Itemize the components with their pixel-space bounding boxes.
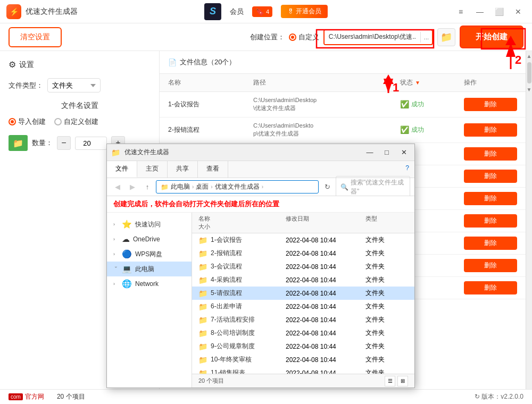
path-input[interactable] <box>325 30 420 44</box>
explorer-addressbar: ◀ ▶ ↑ 📁 此电脑 › 桌面 › 优速文件生成器 › ↻ 🔍 搜索"优速文件… <box>107 178 414 196</box>
path-dots[interactable]: ... <box>420 32 432 43</box>
radio-import-circle <box>9 118 16 125</box>
sidebar-item-onedrive[interactable]: › ☁ OneDrive <box>107 232 192 247</box>
radio-import[interactable]: 导入创建 <box>9 117 46 127</box>
app-icon: ⚡ <box>6 4 21 19</box>
sidebar-label-thispc: 此电脑 <box>135 265 154 274</box>
vip-button[interactable]: 🎖 开通会员 <box>281 5 328 18</box>
path-input-wrap: ... <box>323 29 433 45</box>
exp-file-row[interactable]: 📁4-采购流程 2022-04-08 10:44文件夹 <box>192 273 414 287</box>
address-refresh-button[interactable]: ↻ <box>321 181 334 193</box>
explorer-tab-share[interactable]: 共享 <box>168 161 198 178</box>
sidebar-item-thispc[interactable]: › 💻 此电脑 <box>107 262 192 276</box>
file-path-1: C:\Users\admin\Desktop\优速文件生成器 <box>253 96 400 113</box>
exp-file-row[interactable]: 📁11-销售报表 2022-04-08 10:44文件夹 <box>192 366 414 374</box>
explorer-help-button[interactable]: ? <box>400 161 414 178</box>
delete-button-5[interactable]: 删除 <box>464 192 517 205</box>
path-segment-folder: 优速文件生成器 <box>215 182 260 191</box>
explorer-tab-file[interactable]: 文件 <box>107 161 137 178</box>
member-text: 会员 <box>230 7 244 16</box>
explorer-notice: 创建完成后，软件会自动打开文件夹创建后所在的位置 <box>107 196 414 213</box>
col-header-name: 名称 <box>168 78 253 87</box>
scroll-up-arrow[interactable]: ▲ <box>526 52 532 60</box>
quick-access-icon: ⭐ <box>122 220 132 229</box>
explorer-filelist: 名称 修改日期 类型 大小 📁 1-会议报告 2022-04-08 10:44 … <box>192 213 414 388</box>
delete-button-8[interactable]: 删除 <box>464 259 517 272</box>
title-bar: ⚡ 优速文件生成器 S 会员 🔖 4 🎖 开通会员 ≡ — ⬜ ✕ <box>0 0 532 23</box>
exp-file-row[interactable]: 📁9-公司规章制度 2022-04-08 10:44文件夹 <box>192 340 414 353</box>
view-grid-button[interactable]: ⊞ <box>397 376 408 386</box>
search-box[interactable]: 🔍 搜索"优速文件生成器" <box>336 176 410 198</box>
menu-button[interactable]: ≡ <box>453 4 468 19</box>
folder-icon: 📁 <box>440 31 452 43</box>
delete-button-4[interactable]: 删除 <box>464 170 517 183</box>
file-type-select[interactable]: 文件夹 <box>47 78 101 92</box>
nav-forward-button[interactable]: ▶ <box>126 181 139 193</box>
address-path[interactable]: 📁 此电脑 › 桌面 › 优速文件生成器 › <box>156 180 319 193</box>
delete-button-1[interactable]: 删除 <box>464 98 517 111</box>
delete-button-9[interactable]: 删除 <box>464 281 517 294</box>
scroll-thumb[interactable] <box>527 62 531 83</box>
right-scrollbar[interactable]: ▲ ▼ <box>526 51 532 389</box>
quick-access-expand: › <box>113 222 119 227</box>
settings-header: ⚙ 设置 <box>9 60 151 70</box>
minimize-button[interactable]: — <box>472 4 487 19</box>
badge-number: 🔖 4 <box>252 6 272 17</box>
delete-button-2[interactable]: 删除 <box>464 123 517 137</box>
delete-button-6[interactable]: 删除 <box>464 214 517 228</box>
file-type-row: 文件类型： 文件夹 <box>9 78 151 92</box>
official-site[interactable]: com 官方网 <box>9 392 44 401</box>
sidebar-label-wps: WPS网盘 <box>135 250 162 259</box>
explorer-main: › ⭐ 快速访问 › ☁ OneDrive › 🔵 WPS网盘 › 💻 <box>107 213 414 388</box>
file-path-2: C:\Users\admin\Desktop\优速文件生成器 <box>253 122 400 138</box>
count-input[interactable] <box>75 137 107 150</box>
delete-button-7[interactable]: 删除 <box>464 237 517 250</box>
sidebar-label-quick-access: 快速访问 <box>135 220 161 229</box>
scroll-down-arrow[interactable]: ▼ <box>526 86 532 94</box>
clear-settings-button[interactable]: 清空设置 <box>9 27 62 47</box>
count-minus-button[interactable]: − <box>57 136 71 150</box>
filename-section-title: 文件名设置 <box>9 101 151 111</box>
exp-file-row[interactable]: 📁6-出差申请 2022-04-08 10:44文件夹 <box>192 300 414 313</box>
exp-col-name: 名称 <box>198 215 286 223</box>
col-header-path: 路径 <box>253 78 400 87</box>
close-button[interactable]: ✕ <box>511 4 526 19</box>
sidebar-item-quick-access[interactable]: › ⭐ 快速访问 <box>107 217 192 232</box>
folder-icon-3: 📁 <box>198 263 207 271</box>
vip-icon: 🎖 <box>287 8 294 15</box>
toolbar: 清空设置 创建位置： 自定义 ... 📁 开始创建 <box>0 23 532 51</box>
delete-button-3[interactable]: 删除 <box>464 147 517 161</box>
exp-file-row[interactable]: 📁7-活动流程安排 2022-04-08 10:44文件夹 <box>192 313 414 326</box>
start-create-button[interactable]: 开始创建 <box>460 26 523 48</box>
exp-file-name-1: 📁 1-会议报告 <box>198 235 286 245</box>
explorer-minimize-button[interactable]: — <box>363 146 376 159</box>
sidebar-item-wps[interactable]: › 🔵 WPS网盘 <box>107 247 192 262</box>
exp-file-row[interactable]: 📁3-会议流程 2022-04-08 10:44文件夹 <box>192 260 414 273</box>
exp-file-row[interactable]: 📁8-公司培训制度 2022-04-08 10:44文件夹 <box>192 326 414 340</box>
path-pc: 📁 <box>161 183 169 191</box>
sort-arrow[interactable]: ▼ <box>415 80 420 86</box>
count-label: 数量： <box>32 138 53 148</box>
sidebar-item-network[interactable]: › 🌐 Network <box>107 276 192 291</box>
folder-icon-8: 📁 <box>198 329 207 338</box>
exp-file-row[interactable]: 📁10-年终奖审核 2022-04-08 10:44文件夹 <box>192 353 414 366</box>
exp-file-row[interactable]: 📁 1-会议报告 2022-04-08 10:44 文件夹 <box>192 233 414 247</box>
nav-back-button[interactable]: ◀ <box>111 181 124 193</box>
explorer-tab-view[interactable]: 查看 <box>198 161 228 178</box>
view-list-button[interactable]: ☰ <box>385 376 395 386</box>
explorer-maximize-button[interactable]: □ <box>380 146 393 159</box>
onedrive-icon: ☁ <box>122 234 130 244</box>
folder-browse-button[interactable]: 📁 <box>437 28 455 46</box>
explorer-tab-home[interactable]: 主页 <box>137 161 168 178</box>
exp-file-row-selected[interactable]: 📁5-请假流程 2022-04-08 10:44文件夹 <box>192 287 414 300</box>
file-icon: 📄 <box>168 58 177 66</box>
path-segment-desktop: 桌面 <box>196 182 209 191</box>
exp-file-row[interactable]: 📁2-报销流程 2022-04-08 10:44文件夹 <box>192 247 414 260</box>
toolbar-right: 创建位置： 自定义 ... 📁 开始创建 <box>250 26 523 48</box>
radio-custom[interactable]: 自定义 <box>289 32 319 42</box>
maximize-button[interactable]: ⬜ <box>492 4 506 19</box>
radio-custom-create[interactable]: 自定义创建 <box>54 117 98 127</box>
nav-up-button[interactable]: ↑ <box>141 181 154 193</box>
refresh-icon: ↻ <box>475 393 480 400</box>
explorer-close-button[interactable]: ✕ <box>397 146 410 159</box>
